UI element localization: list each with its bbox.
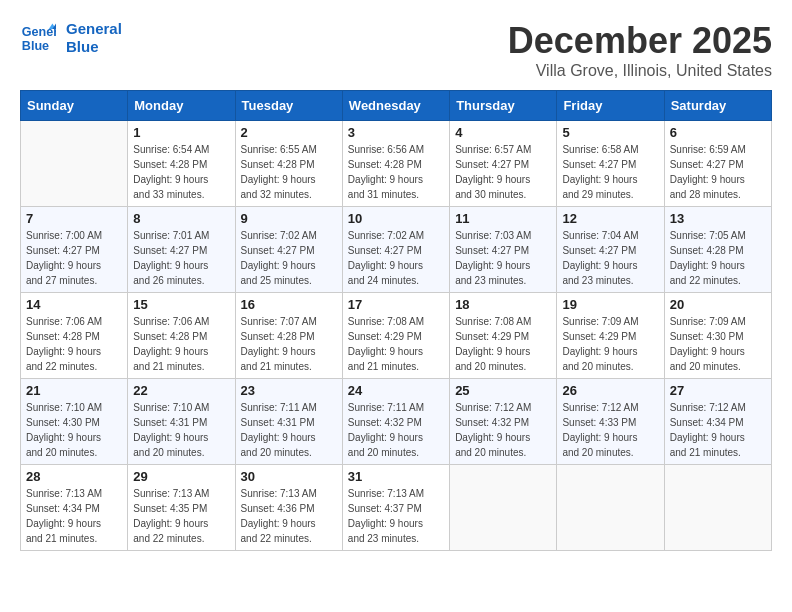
calendar-cell: 2Sunrise: 6:55 AMSunset: 4:28 PMDaylight… <box>235 121 342 207</box>
day-info: Sunrise: 7:10 AMSunset: 4:30 PMDaylight:… <box>26 400 122 460</box>
day-number: 4 <box>455 125 551 140</box>
calendar-cell: 1Sunrise: 6:54 AMSunset: 4:28 PMDaylight… <box>128 121 235 207</box>
calendar-cell: 3Sunrise: 6:56 AMSunset: 4:28 PMDaylight… <box>342 121 449 207</box>
calendar-cell: 7Sunrise: 7:00 AMSunset: 4:27 PMDaylight… <box>21 207 128 293</box>
weekday-header-friday: Friday <box>557 91 664 121</box>
calendar-cell: 15Sunrise: 7:06 AMSunset: 4:28 PMDayligh… <box>128 293 235 379</box>
calendar-cell: 14Sunrise: 7:06 AMSunset: 4:28 PMDayligh… <box>21 293 128 379</box>
day-info: Sunrise: 7:05 AMSunset: 4:28 PMDaylight:… <box>670 228 766 288</box>
weekday-header-thursday: Thursday <box>450 91 557 121</box>
calendar-cell: 19Sunrise: 7:09 AMSunset: 4:29 PMDayligh… <box>557 293 664 379</box>
day-info: Sunrise: 7:13 AMSunset: 4:36 PMDaylight:… <box>241 486 337 546</box>
calendar-cell: 8Sunrise: 7:01 AMSunset: 4:27 PMDaylight… <box>128 207 235 293</box>
day-number: 14 <box>26 297 122 312</box>
day-info: Sunrise: 7:12 AMSunset: 4:32 PMDaylight:… <box>455 400 551 460</box>
weekday-header-sunday: Sunday <box>21 91 128 121</box>
day-number: 1 <box>133 125 229 140</box>
calendar-cell: 16Sunrise: 7:07 AMSunset: 4:28 PMDayligh… <box>235 293 342 379</box>
calendar-cell: 11Sunrise: 7:03 AMSunset: 4:27 PMDayligh… <box>450 207 557 293</box>
day-info: Sunrise: 7:11 AMSunset: 4:32 PMDaylight:… <box>348 400 444 460</box>
calendar-cell: 20Sunrise: 7:09 AMSunset: 4:30 PMDayligh… <box>664 293 771 379</box>
day-number: 6 <box>670 125 766 140</box>
day-number: 17 <box>348 297 444 312</box>
day-info: Sunrise: 7:12 AMSunset: 4:34 PMDaylight:… <box>670 400 766 460</box>
day-number: 28 <box>26 469 122 484</box>
day-number: 22 <box>133 383 229 398</box>
calendar-cell: 13Sunrise: 7:05 AMSunset: 4:28 PMDayligh… <box>664 207 771 293</box>
calendar-cell <box>21 121 128 207</box>
calendar-cell: 27Sunrise: 7:12 AMSunset: 4:34 PMDayligh… <box>664 379 771 465</box>
day-info: Sunrise: 7:13 AMSunset: 4:34 PMDaylight:… <box>26 486 122 546</box>
day-number: 9 <box>241 211 337 226</box>
calendar-cell: 12Sunrise: 7:04 AMSunset: 4:27 PMDayligh… <box>557 207 664 293</box>
calendar-cell <box>450 465 557 551</box>
day-number: 29 <box>133 469 229 484</box>
day-info: Sunrise: 6:58 AMSunset: 4:27 PMDaylight:… <box>562 142 658 202</box>
calendar-cell: 6Sunrise: 6:59 AMSunset: 4:27 PMDaylight… <box>664 121 771 207</box>
day-info: Sunrise: 7:10 AMSunset: 4:31 PMDaylight:… <box>133 400 229 460</box>
weekday-header-wednesday: Wednesday <box>342 91 449 121</box>
day-info: Sunrise: 7:13 AMSunset: 4:37 PMDaylight:… <box>348 486 444 546</box>
day-info: Sunrise: 7:13 AMSunset: 4:35 PMDaylight:… <box>133 486 229 546</box>
page-header: General Blue General Blue December 2025 … <box>20 20 772 80</box>
svg-text:Blue: Blue <box>22 39 49 53</box>
day-info: Sunrise: 7:08 AMSunset: 4:29 PMDaylight:… <box>455 314 551 374</box>
day-number: 8 <box>133 211 229 226</box>
logo: General Blue General Blue <box>20 20 122 56</box>
month-title: December 2025 <box>508 20 772 62</box>
calendar-cell: 18Sunrise: 7:08 AMSunset: 4:29 PMDayligh… <box>450 293 557 379</box>
calendar-week-row: 1Sunrise: 6:54 AMSunset: 4:28 PMDaylight… <box>21 121 772 207</box>
day-number: 25 <box>455 383 551 398</box>
weekday-header-tuesday: Tuesday <box>235 91 342 121</box>
day-info: Sunrise: 7:02 AMSunset: 4:27 PMDaylight:… <box>241 228 337 288</box>
calendar-cell: 29Sunrise: 7:13 AMSunset: 4:35 PMDayligh… <box>128 465 235 551</box>
calendar-cell: 17Sunrise: 7:08 AMSunset: 4:29 PMDayligh… <box>342 293 449 379</box>
day-info: Sunrise: 7:11 AMSunset: 4:31 PMDaylight:… <box>241 400 337 460</box>
calendar-cell <box>664 465 771 551</box>
day-info: Sunrise: 7:01 AMSunset: 4:27 PMDaylight:… <box>133 228 229 288</box>
day-info: Sunrise: 7:02 AMSunset: 4:27 PMDaylight:… <box>348 228 444 288</box>
calendar-week-row: 28Sunrise: 7:13 AMSunset: 4:34 PMDayligh… <box>21 465 772 551</box>
day-info: Sunrise: 7:04 AMSunset: 4:27 PMDaylight:… <box>562 228 658 288</box>
calendar-cell <box>557 465 664 551</box>
day-info: Sunrise: 7:12 AMSunset: 4:33 PMDaylight:… <box>562 400 658 460</box>
calendar-week-row: 21Sunrise: 7:10 AMSunset: 4:30 PMDayligh… <box>21 379 772 465</box>
calendar-cell: 26Sunrise: 7:12 AMSunset: 4:33 PMDayligh… <box>557 379 664 465</box>
weekday-header-row: SundayMondayTuesdayWednesdayThursdayFrid… <box>21 91 772 121</box>
day-info: Sunrise: 7:09 AMSunset: 4:29 PMDaylight:… <box>562 314 658 374</box>
calendar-cell: 9Sunrise: 7:02 AMSunset: 4:27 PMDaylight… <box>235 207 342 293</box>
calendar-week-row: 7Sunrise: 7:00 AMSunset: 4:27 PMDaylight… <box>21 207 772 293</box>
day-number: 26 <box>562 383 658 398</box>
calendar-cell: 21Sunrise: 7:10 AMSunset: 4:30 PMDayligh… <box>21 379 128 465</box>
day-number: 30 <box>241 469 337 484</box>
day-number: 7 <box>26 211 122 226</box>
calendar-cell: 22Sunrise: 7:10 AMSunset: 4:31 PMDayligh… <box>128 379 235 465</box>
day-number: 20 <box>670 297 766 312</box>
day-info: Sunrise: 7:03 AMSunset: 4:27 PMDaylight:… <box>455 228 551 288</box>
calendar-cell: 10Sunrise: 7:02 AMSunset: 4:27 PMDayligh… <box>342 207 449 293</box>
day-number: 16 <box>241 297 337 312</box>
day-number: 19 <box>562 297 658 312</box>
day-number: 21 <box>26 383 122 398</box>
calendar-cell: 24Sunrise: 7:11 AMSunset: 4:32 PMDayligh… <box>342 379 449 465</box>
location-title: Villa Grove, Illinois, United States <box>508 62 772 80</box>
calendar-cell: 4Sunrise: 6:57 AMSunset: 4:27 PMDaylight… <box>450 121 557 207</box>
day-info: Sunrise: 7:09 AMSunset: 4:30 PMDaylight:… <box>670 314 766 374</box>
day-number: 5 <box>562 125 658 140</box>
day-info: Sunrise: 6:54 AMSunset: 4:28 PMDaylight:… <box>133 142 229 202</box>
day-info: Sunrise: 7:08 AMSunset: 4:29 PMDaylight:… <box>348 314 444 374</box>
day-number: 15 <box>133 297 229 312</box>
day-number: 23 <box>241 383 337 398</box>
day-info: Sunrise: 6:55 AMSunset: 4:28 PMDaylight:… <box>241 142 337 202</box>
weekday-header-monday: Monday <box>128 91 235 121</box>
calendar-cell: 31Sunrise: 7:13 AMSunset: 4:37 PMDayligh… <box>342 465 449 551</box>
calendar-cell: 30Sunrise: 7:13 AMSunset: 4:36 PMDayligh… <box>235 465 342 551</box>
day-number: 27 <box>670 383 766 398</box>
day-info: Sunrise: 6:56 AMSunset: 4:28 PMDaylight:… <box>348 142 444 202</box>
day-info: Sunrise: 7:06 AMSunset: 4:28 PMDaylight:… <box>133 314 229 374</box>
logo-icon: General Blue <box>20 20 56 56</box>
day-number: 2 <box>241 125 337 140</box>
weekday-header-saturday: Saturday <box>664 91 771 121</box>
day-number: 18 <box>455 297 551 312</box>
day-info: Sunrise: 7:00 AMSunset: 4:27 PMDaylight:… <box>26 228 122 288</box>
